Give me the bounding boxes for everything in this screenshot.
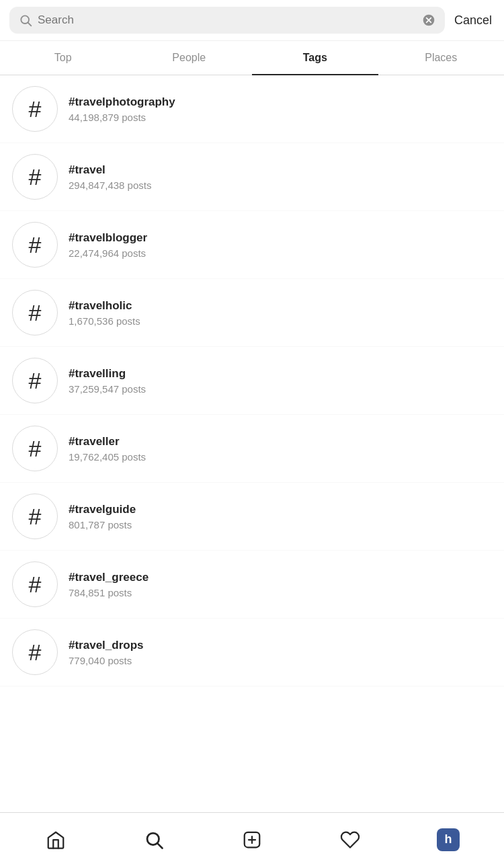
tag-count: 779,040 posts	[69, 655, 144, 666]
cancel-button[interactable]: Cancel	[452, 13, 495, 28]
home-icon	[46, 830, 66, 850]
hashtag-icon: #	[12, 358, 58, 403]
list-item[interactable]: # #travelling 37,259,547 posts	[0, 347, 504, 415]
tag-count: 784,851 posts	[69, 587, 149, 598]
list-item[interactable]: # #travel_greece 784,851 posts	[0, 551, 504, 619]
activity-nav-item[interactable]	[330, 820, 370, 860]
svg-line-1	[28, 23, 32, 26]
search-nav-item[interactable]	[134, 820, 174, 860]
list-item[interactable]: # #travelguide 801,787 posts	[0, 483, 504, 551]
list-item[interactable]: # #travelblogger 22,474,964 posts	[0, 211, 504, 279]
tag-name: #travel_greece	[69, 571, 149, 584]
clear-icon[interactable]	[422, 13, 435, 27]
bottom-nav: h	[0, 812, 504, 866]
tab-top[interactable]: Top	[0, 41, 126, 75]
hashtag-icon: #	[12, 494, 58, 539]
tag-name: #travelholic	[69, 299, 140, 313]
tag-list: # #travelphotography 44,198,879 posts # …	[0, 75, 504, 686]
add-icon	[242, 830, 262, 850]
hashtag-icon: #	[12, 222, 58, 268]
tag-count: 37,259,547 posts	[69, 383, 146, 395]
tab-tags[interactable]: Tags	[252, 41, 378, 75]
hashtag-icon: #	[12, 86, 58, 132]
svg-line-6	[158, 843, 163, 848]
search-icon	[19, 13, 32, 27]
hashtag-icon: #	[12, 290, 58, 336]
list-item[interactable]: # #travel_drops 779,040 posts	[0, 619, 504, 686]
list-item[interactable]: # #traveller 19,762,405 posts	[0, 415, 504, 483]
tag-name: #travel_drops	[69, 639, 144, 652]
tab-places[interactable]: Places	[378, 41, 505, 75]
add-nav-item[interactable]	[232, 820, 272, 860]
tab-people[interactable]: People	[126, 41, 253, 75]
hashtag-icon: #	[12, 629, 58, 675]
tag-count: 44,198,879 posts	[69, 112, 175, 123]
tag-count: 19,762,405 posts	[69, 451, 146, 463]
tag-name: #travelguide	[69, 503, 136, 516]
search-nav-icon	[144, 830, 164, 850]
tag-name: #travel	[69, 163, 151, 177]
tag-count: 22,474,964 posts	[69, 247, 147, 259]
home-nav-item[interactable]	[36, 820, 76, 860]
tag-count: 294,847,438 posts	[69, 180, 151, 191]
hype-logo-icon: h	[437, 828, 460, 851]
tag-count: 801,787 posts	[69, 519, 136, 530]
tag-count: 1,670,536 posts	[69, 315, 140, 327]
list-item[interactable]: # #travelholic 1,670,536 posts	[0, 279, 504, 347]
hashtag-icon: #	[12, 426, 58, 471]
tag-name: #travelling	[69, 367, 146, 381]
tag-name: #travelblogger	[69, 231, 147, 245]
search-input[interactable]: travel	[38, 13, 417, 27]
profile-nav-item[interactable]: h	[428, 820, 468, 860]
search-bar: travel Cancel	[0, 0, 504, 41]
tag-name: #traveller	[69, 435, 146, 448]
list-item[interactable]: # #travel 294,847,438 posts	[0, 143, 504, 211]
hashtag-icon: #	[12, 154, 58, 200]
search-input-wrapper: travel	[9, 7, 445, 34]
tag-name: #travelphotography	[69, 95, 175, 109]
tabs: Top People Tags Places	[0, 41, 504, 75]
heart-icon	[340, 830, 360, 850]
list-item[interactable]: # #travelphotography 44,198,879 posts	[0, 75, 504, 143]
hashtag-icon: #	[12, 561, 58, 607]
